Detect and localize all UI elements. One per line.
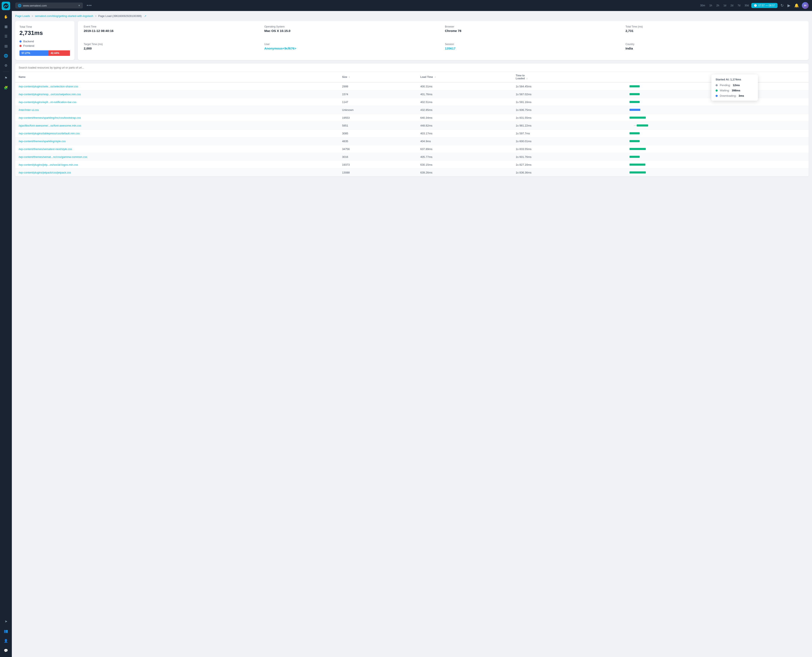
sidebar-item-send[interactable]: ➤ <box>2 617 10 626</box>
timeline-bar <box>629 132 640 134</box>
topbar-more-button[interactable]: ••• <box>85 3 94 9</box>
sidebar-item-globe[interactable]: 🌐 <box>2 51 10 60</box>
col-load-time[interactable]: Load Time ↕ <box>417 72 512 82</box>
total-ms-value: 2,731 <box>626 29 803 33</box>
sidebar-item-user[interactable]: 👤 <box>2 637 10 645</box>
event-time-label: Event Time <box>84 25 261 28</box>
user-label: User <box>264 43 441 46</box>
resource-link[interactable]: /inter/inter-ui.css <box>19 108 39 112</box>
time-btn-30m[interactable]: 30m <box>699 3 707 8</box>
cell-time-loaded: 1s 601.76ms <box>512 153 609 161</box>
total-time-card: Total Time 2,731ms Backend Frontend 57.2… <box>15 21 75 60</box>
table-row: /wp-content/plugins/sele...ss/selection-… <box>15 82 809 90</box>
col-time-loaded[interactable]: Time toLoaded ↕ <box>512 72 609 82</box>
frontend-progress: 42.44% <box>48 50 70 56</box>
search-input[interactable] <box>19 66 805 69</box>
sidebar-item-logs[interactable]: ☰ <box>2 32 10 40</box>
cell-size: 3016 <box>339 153 417 161</box>
browser-value: Chrome 78 <box>445 29 622 33</box>
topbar: 🌐 www.sematext.com ▼ ••• 30m 1h 2h 1d 2d… <box>12 0 812 11</box>
timeline-bar <box>629 148 646 150</box>
resource-link[interactable]: /wp-content/plugins/jetp...os/social-log… <box>19 163 78 166</box>
main-area: 🌐 www.sematext.com ▼ ••• 30m 1h 2h 1d 2d… <box>12 0 812 657</box>
play-button[interactable]: ▶ <box>787 2 791 9</box>
cell-time-loaded: 1s 827.16ms <box>512 161 609 169</box>
timeline-bar <box>629 85 640 87</box>
sidebar-item-chat[interactable]: 💬 <box>2 646 10 655</box>
cell-time-loaded: 1s 831.55ms <box>512 114 609 121</box>
user-avatar[interactable]: IH <box>802 2 809 9</box>
breadcrumb-page-loads[interactable]: Page Loads <box>15 14 30 17</box>
session-label: Session <box>445 43 622 46</box>
resource-link[interactable]: /wp-content/themes/semat...nc/css/gamma-… <box>19 155 87 159</box>
timeline-bar <box>629 117 646 119</box>
progress-bar: 57.27% 42.44% <box>19 50 70 56</box>
timeline-bar <box>629 140 640 142</box>
resource-link[interactable]: /wp-content/plugins/wpfr...nt-notificati… <box>19 101 76 104</box>
resource-link[interactable]: /wp-content/themes/sematext-next/style.c… <box>19 148 72 151</box>
resource-link[interactable]: /wp-content/plugins/jetpack/css/jetpack.… <box>19 171 71 174</box>
sidebar-item-cursor[interactable]: ✋ <box>2 12 10 21</box>
timeline-gap <box>634 125 637 126</box>
sidebar-item-charts[interactable]: ▤ <box>2 42 10 50</box>
cell-time-loaded: 1s 591.16ms <box>512 98 609 106</box>
sidebar-item-dashboard[interactable]: ▦ <box>2 22 10 31</box>
svg-point-1 <box>5 7 5 8</box>
col-size[interactable]: Size ↕ <box>339 72 417 82</box>
clock-icon: 🕐 <box>754 4 757 7</box>
user-value[interactable]: Anonymous<9cf676> <box>264 47 441 50</box>
sidebar-item-puzzle[interactable]: 🧩 <box>2 83 10 92</box>
backend-label: Backend <box>23 40 34 43</box>
cell-name: /wp-content/themes/sparkling/Inc/css/boo… <box>15 114 339 121</box>
reload-button[interactable]: ↻ <box>779 2 784 9</box>
resource-link[interactable]: /wp-content/themes/sparkling/Inc/css/boo… <box>19 116 81 119</box>
resource-link[interactable]: /wp-content/plugins/tablepress/css/defau… <box>19 132 80 135</box>
sidebar-item-team[interactable]: 👥 <box>2 627 10 635</box>
time-btn-2h[interactable]: 2h <box>715 3 721 8</box>
time-btn-1h[interactable]: 1h <box>708 3 714 8</box>
cell-name: /ajax/libs/font-awesome/...ss/font-aweso… <box>15 121 339 129</box>
tooltip-waiting-value: 398ms <box>732 89 740 92</box>
breadcrumb-external-link[interactable]: ↗ <box>144 15 146 17</box>
app-logo[interactable] <box>2 2 10 10</box>
resource-link[interactable]: /ajax/libs/font-awesome/...ss/font-aweso… <box>19 124 81 127</box>
backend-dot <box>19 40 22 42</box>
breadcrumb-current: Page Load (396160092928100399) <box>98 14 142 17</box>
col-name: Name <box>15 72 339 82</box>
col-timeline <box>609 72 809 82</box>
tooltip-waiting-label: Waiting: <box>720 89 730 92</box>
cell-load-time: 630.15ms <box>417 161 512 169</box>
session-value[interactable]: 135617 <box>445 47 622 50</box>
time-btn-30d[interactable]: 30d <box>743 3 750 8</box>
table-row: /wp-content/plugins/wpfr...nt-notificati… <box>15 98 809 106</box>
resources-section: Started At: 1,174ms Pending: 12ms Waitin… <box>15 64 809 176</box>
time-btn-1d[interactable]: 1d <box>722 3 728 8</box>
table-row: /inter/inter-ui.cssUnknown432.85ms1s 606… <box>15 106 809 114</box>
cell-name: /wp-content/plugins/tablepress/css/defau… <box>15 129 339 137</box>
resource-link[interactable]: /wp-content/themes/sparkling/style.css <box>19 140 66 143</box>
table-row: /wp-content/plugins/resp...ox/css/swipeb… <box>15 90 809 98</box>
total-ms-item: Total Time (ms) 2,731 <box>626 25 803 39</box>
url-text: www.sematext.com <box>23 4 47 7</box>
table-row: /wp-content/themes/semat...nc/css/gamma-… <box>15 153 809 161</box>
resource-link[interactable]: /wp-content/plugins/resp...ox/css/swipeb… <box>19 93 81 96</box>
cell-size: 19553 <box>339 114 417 121</box>
time-btn-7d[interactable]: 7d <box>736 3 742 8</box>
sidebar-item-flag[interactable]: ⚑ <box>2 74 10 82</box>
tooltip-pending-label: Pending: <box>720 84 731 87</box>
user-item: User Anonymous<9cf676> <box>264 43 441 56</box>
url-bar[interactable]: 🌐 www.sematext.com ▼ <box>15 3 83 8</box>
pending-dot <box>716 84 718 86</box>
time-range-selector[interactable]: 🕐 07:57 — 08:57 <box>751 3 778 8</box>
session-item: Session 135617 <box>445 43 622 56</box>
event-time-item: Event Time 2019-11-12 08:40:16 <box>84 25 261 39</box>
sidebar-item-integrations[interactable]: ⚙ <box>2 61 10 70</box>
cell-size: 5851 <box>339 121 417 129</box>
cell-time-loaded: 1s 600.01ms <box>512 137 609 145</box>
breadcrumb-blog-link[interactable]: sematext.com/blog/getting-started-with-l… <box>35 14 93 17</box>
timeline-bar <box>629 101 640 103</box>
bell-button[interactable]: 🔔 <box>793 2 800 9</box>
timeline-bar <box>629 163 646 166</box>
resource-link[interactable]: /wp-content/plugins/sele...ss/selection-… <box>19 85 78 88</box>
time-btn-2d[interactable]: 2d <box>729 3 735 8</box>
